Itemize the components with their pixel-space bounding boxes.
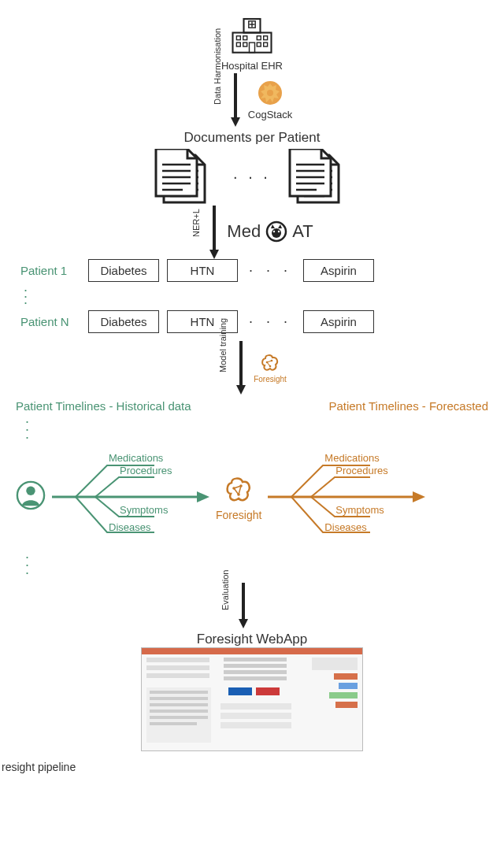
svg-line-50 — [267, 362, 270, 366]
webapp-title: Foresight WebApp — [197, 632, 307, 647]
svg-line-59 — [234, 488, 239, 495]
svg-rect-7 — [257, 36, 261, 40]
svg-rect-13 — [250, 43, 255, 53]
fb-medications: Medications — [109, 452, 163, 464]
forecasted-title: Patient Timelines - Forecasted — [328, 399, 488, 413]
concept-chip: Aspirin — [303, 259, 374, 282]
svg-rect-9 — [236, 43, 240, 46]
arrow-nerl: NER+L Med AT — [191, 204, 313, 259]
hospital-icon — [224, 16, 280, 58]
concept-chip: HTN — [167, 259, 238, 282]
fb-medications: Medications — [324, 452, 379, 464]
svg-rect-11 — [257, 43, 261, 46]
chip-ellipsis: · · · — [246, 313, 295, 330]
arrow-nerl-label: NER+L — [191, 226, 201, 237]
foresight-label: Foresight — [216, 509, 261, 521]
arrow-down-icon — [208, 204, 220, 259]
cat-icon — [265, 220, 287, 243]
foresight-label: Foresight — [254, 375, 287, 384]
documents-icon — [284, 149, 354, 204]
timeline-vdots-bottom: ··· — [16, 548, 29, 581]
foresight-center: Foresight — [216, 472, 261, 521]
arrow-evaluation: Evaluation — [220, 581, 284, 628]
foresight-logo-small: Foresight — [254, 351, 287, 384]
arrow-evaluation-label: Evaluation — [220, 599, 230, 610]
patient-row: Patient N Diabetes HTN · · · Aspirin — [20, 310, 488, 333]
svg-rect-5 — [236, 36, 240, 40]
historical-title: Patient Timelines - Historical data — [16, 399, 191, 413]
svg-marker-45 — [236, 385, 246, 395]
figure-caption: resight pipeline — [2, 761, 488, 773]
documents-title: Documents per Patient — [184, 130, 321, 146]
svg-marker-54 — [197, 491, 209, 502]
svg-line-49 — [267, 361, 272, 362]
arrow-harmonisation-label: Data Harmonisation — [213, 94, 222, 105]
svg-point-43 — [278, 231, 280, 232]
medcat-suffix: AT — [292, 221, 313, 242]
patients-block: Patient 1 Diabetes HTN · · · Aspirin ···… — [16, 259, 488, 333]
arrow-down-icon — [229, 72, 242, 127]
arrow-down-icon — [237, 581, 250, 628]
svg-point-17 — [267, 90, 273, 96]
fb-symptoms: Symptoms — [335, 504, 384, 516]
svg-rect-6 — [243, 36, 247, 40]
svg-point-52 — [26, 487, 35, 495]
cogstack-label: CogStack — [248, 109, 292, 120]
fb-symptoms: Symptoms — [120, 504, 168, 516]
svg-marker-15 — [231, 117, 240, 127]
documents-row: · · · — [150, 149, 354, 204]
arrow-harmonisation: Data Harmonisation CogStack — [212, 72, 292, 127]
concept-chip: Diabetes — [88, 259, 159, 282]
svg-marker-62 — [413, 491, 425, 502]
svg-rect-12 — [264, 43, 268, 46]
brain-icon — [258, 351, 282, 375]
medcat-prefix: Med — [227, 221, 261, 242]
fb-diseases: Diseases — [324, 521, 366, 533]
fb-procedures: Procedures — [120, 465, 172, 476]
patient-label: Patient N — [20, 315, 80, 328]
svg-point-42 — [273, 231, 275, 232]
medcat-logo: Med AT — [227, 220, 313, 243]
cogstack-badge: CogStack — [248, 79, 292, 120]
hospital-label: Hospital EHR — [221, 60, 283, 72]
documents-icon — [150, 149, 220, 204]
fishbone-forecasted: Medications Procedures Symptoms Diseases — [268, 446, 425, 548]
arrow-training: Model training Foresight — [217, 339, 287, 395]
person-icon — [16, 480, 46, 513]
pipeline-diagram: Hospital EHR Data Harmonisation CogStack… — [16, 16, 488, 751]
concept-chip: Aspirin — [303, 310, 374, 333]
timeline-vdots-top: ··· — [16, 413, 29, 446]
svg-line-60 — [239, 486, 241, 495]
svg-marker-39 — [209, 250, 219, 259]
patient-row: Patient 1 Diabetes HTN · · · Aspirin — [20, 259, 488, 282]
patient-vdots: ··· — [24, 282, 488, 310]
arrow-down-icon — [235, 339, 247, 395]
svg-marker-64 — [239, 619, 248, 628]
svg-rect-10 — [243, 43, 247, 46]
timelines-row: Medications Procedures Symptoms Diseases… — [16, 446, 488, 548]
documents-ellipsis: · · · — [233, 168, 271, 186]
gear-icon — [256, 79, 284, 107]
webapp-screenshot — [141, 647, 363, 751]
chip-ellipsis: · · · — [246, 262, 295, 279]
svg-rect-8 — [264, 36, 268, 40]
brain-icon — [221, 472, 256, 507]
patient-label: Patient 1 — [20, 264, 80, 277]
fishbone-historical: Medications Procedures Symptoms Diseases — [52, 446, 209, 548]
svg-point-41 — [272, 228, 281, 238]
fb-procedures: Procedures — [335, 465, 387, 476]
fb-diseases: Diseases — [109, 521, 150, 533]
arrow-training-label: Model training — [218, 361, 228, 372]
timelines-headers: Patient Timelines - Historical data Pati… — [16, 399, 488, 413]
concept-chip: Diabetes — [88, 310, 159, 333]
